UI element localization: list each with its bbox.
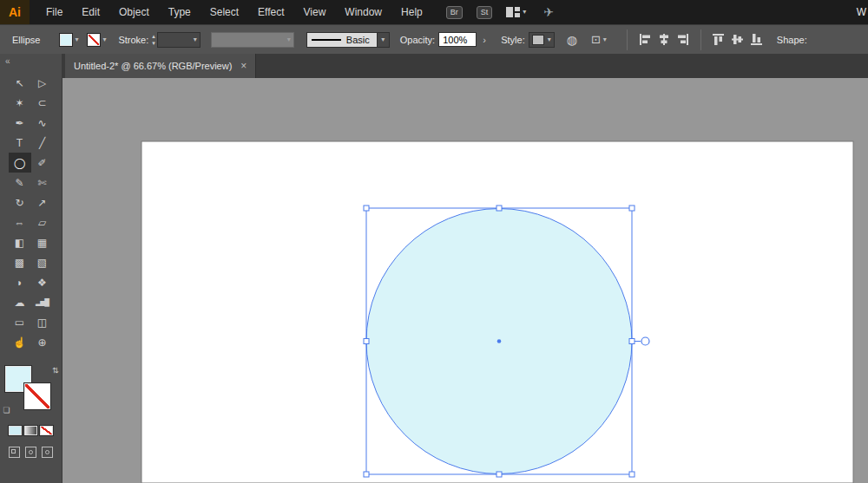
stock-button[interactable]: St [477,6,493,19]
stepper-down-icon[interactable]: ▾ [152,40,155,46]
close-tab-icon[interactable]: × [240,61,247,71]
stroke-none-swatch[interactable] [24,383,50,409]
workspace-switcher[interactable]: ▾ [506,7,526,17]
align-bottom-button[interactable] [747,30,766,49]
active-tool-label: Ellipse [12,35,40,45]
menu-help[interactable]: Help [391,0,432,24]
live-shape-widget-handle[interactable] [641,337,649,345]
share-icon[interactable]: ✈ [543,5,554,19]
document-setup-globe-icon[interactable]: ◍ [567,33,577,47]
main-area: « ↖ ▷ ✶ ⊂ ✒ ∿ T ╱ ◯ ✐ ✎ ✄ ↻ ↗ ⇔ ▱ ◧ ▦ ▩ [0,54,868,483]
stepper-up-icon[interactable]: ▴ [152,33,155,39]
align-middle-button[interactable] [728,30,747,49]
canvas[interactable] [62,78,868,483]
tool-grid: ↖ ▷ ✶ ⊂ ✒ ∿ T ╱ ◯ ✐ ✎ ✄ ↻ ↗ ⇔ ▱ ◧ ▦ ▩ ▧ [0,73,62,352]
handle-middle-right[interactable] [629,339,635,344]
selection-tool[interactable]: ↖ [9,73,31,93]
width-tool[interactable]: ⇔ [9,212,31,232]
chevron-down-icon: ▾ [381,36,385,43]
slice-tool[interactable]: ◫ [31,312,54,332]
column-graph-tool[interactable]: ▂▅█ [31,292,54,312]
rotate-tool[interactable]: ↻ [9,193,31,212]
default-fill-stroke-icon[interactable]: ❏ [3,406,10,414]
pencil-tool[interactable]: ✎ [9,173,31,193]
divider [700,29,701,50]
menu-type[interactable]: Type [159,0,201,24]
free-transform-tool[interactable]: ▱ [31,212,54,232]
stroke-dropdown-icon[interactable]: ▾ [102,36,106,43]
bridge-button[interactable]: Br [446,6,463,19]
lasso-tool[interactable]: ⊂ [31,93,54,113]
align-top-icon [713,34,725,45]
handle-middle-left[interactable] [364,339,369,344]
menu-file[interactable]: File [36,0,72,24]
graphic-style-combo[interactable]: ▾ [529,32,555,48]
menu-view[interactable]: View [294,0,336,24]
menubar-right-partial: W [857,0,866,24]
brush-definition-combo[interactable]: Basic [306,32,378,48]
scissors-tool[interactable]: ✄ [31,173,54,193]
pen-tool[interactable]: ✒ [9,113,31,133]
gradient-tool[interactable]: ▧ [31,252,54,272]
mesh-tool[interactable]: ▩ [9,252,31,272]
magic-wand-tool[interactable]: ✶ [9,93,31,113]
line-segment-tool[interactable]: ╱ [31,133,54,153]
handle-bottom-center[interactable] [496,472,502,477]
chevron-down-icon: ▾ [548,36,551,43]
ellipse-tool[interactable]: ◯ [9,153,31,173]
fill-stroke-control: ⇄ ❏ [3,366,59,414]
menu-effect[interactable]: Effect [248,0,293,24]
align-top-button[interactable] [709,30,728,49]
control-bar: Ellipse ▾ ▾ Stroke: ▴ ▾ ▾ ▾ Basic ▾ Opac… [0,24,868,54]
stroke-weight-stepper[interactable]: ▴ ▾ [152,33,155,46]
artboard-tool[interactable]: ▭ [9,312,31,332]
menu-select[interactable]: Select [201,0,248,24]
fill-dropdown-icon[interactable]: ▾ [75,36,78,43]
draw-behind-button[interactable] [25,447,36,458]
brush-dropdown-button[interactable]: ▾ [378,32,390,48]
none-button[interactable] [39,425,54,436]
handle-top-right[interactable] [629,206,635,211]
curvature-tool[interactable]: ∿ [31,113,54,133]
stroke-color-swatch[interactable] [87,33,101,47]
zoom-tool[interactable]: ⊕ [31,332,54,352]
gradient-button[interactable] [23,425,38,436]
menu-window[interactable]: Window [335,0,391,24]
align-center-button[interactable] [654,30,674,49]
chevron-down-icon: ▾ [603,36,607,43]
shape-center-point[interactable] [497,339,502,343]
blend-tool[interactable]: ❖ [31,272,54,292]
opacity-panel-button[interactable]: › [478,32,490,47]
transform-options[interactable]: ⊡ ▾ [591,33,607,46]
menu-object[interactable]: Object [109,0,159,24]
eyedropper-tool[interactable]: ◗ [9,272,31,292]
align-left-button[interactable] [635,30,654,49]
shape-builder-tool[interactable]: ◧ [9,232,31,252]
stroke-weight-combo[interactable]: ▾ [157,32,201,48]
handle-top-center[interactable] [496,206,502,211]
color-button[interactable] [8,425,23,436]
direct-selection-tool[interactable]: ▷ [31,73,54,93]
symbol-sprayer-tool[interactable]: ☁ [9,292,31,312]
perspective-grid-tool[interactable]: ▦ [31,232,54,252]
opacity-input[interactable]: 100% [438,32,477,47]
align-right-button[interactable] [674,30,693,49]
draw-inside-button[interactable] [42,447,53,458]
scale-tool[interactable]: ↗ [31,193,54,212]
fill-color-swatch[interactable] [59,33,73,47]
paintbrush-tool[interactable]: ✐ [31,153,54,173]
align-bottom-icon [751,34,763,45]
handle-bottom-right[interactable] [629,472,635,477]
chevron-down-icon: ▾ [523,9,526,16]
swap-fill-stroke-icon[interactable]: ⇄ [51,367,60,374]
draw-normal-button[interactable] [9,447,20,458]
handle-bottom-left[interactable] [364,472,369,477]
handle-top-left[interactable] [364,206,369,211]
menu-edit[interactable]: Edit [72,0,109,24]
brush-definition-value: Basic [346,35,370,45]
opacity-label: Opacity: [400,35,435,45]
document-tab[interactable]: Untitled-2* @ 66.67% (RGB/Preview) × [65,54,256,78]
hand-tool[interactable]: ☝ [9,332,31,352]
collapse-panel-button[interactable]: « [0,54,62,68]
type-tool[interactable]: T [9,133,31,153]
